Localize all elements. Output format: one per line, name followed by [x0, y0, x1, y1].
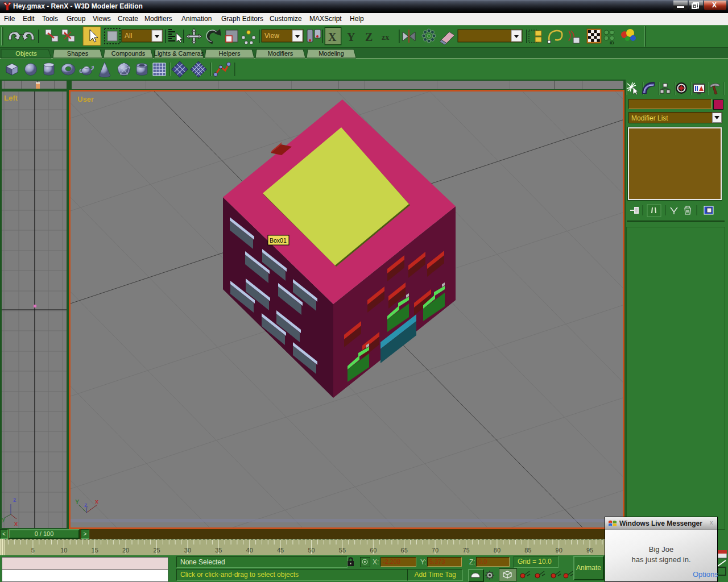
svg-text:z: z: [84, 501, 88, 508]
svg-text:Y: Y: [75, 498, 80, 505]
svg-text:View: View: [264, 32, 279, 40]
svg-text:Shapes: Shapes: [67, 50, 89, 57]
svg-text:20: 20: [122, 547, 129, 554]
svg-text:35: 35: [215, 547, 222, 554]
svg-text:75: 75: [462, 547, 469, 554]
svg-text:Box01: Box01: [270, 237, 287, 244]
svg-text:Z: Z: [365, 31, 373, 43]
svg-text:25: 25: [153, 547, 160, 554]
svg-text:30: 30: [184, 547, 191, 554]
svg-text:15: 15: [92, 547, 98, 554]
svg-text:70: 70: [432, 547, 439, 554]
svg-text:60: 60: [370, 547, 377, 554]
svg-text:ID: ID: [610, 40, 614, 45]
svg-text:40: 40: [246, 547, 253, 554]
svg-text:Modifiers: Modifiers: [268, 50, 293, 57]
svg-text:55: 55: [339, 547, 346, 554]
svg-text:Compounds: Compounds: [111, 50, 146, 57]
svg-text:80: 80: [494, 547, 500, 554]
svg-text:Y: Y: [347, 31, 355, 43]
svg-text:95: 95: [586, 547, 593, 554]
svg-text:Helpers: Helpers: [219, 50, 241, 57]
svg-text:Lights & Cameras: Lights & Cameras: [154, 50, 204, 57]
svg-text:45: 45: [277, 547, 284, 554]
svg-text:Modeling: Modeling: [318, 50, 344, 57]
svg-text:50: 50: [308, 547, 315, 554]
svg-text:5: 5: [31, 547, 35, 554]
svg-text:65: 65: [401, 547, 408, 554]
svg-text:User: User: [77, 95, 94, 103]
svg-text:x: x: [95, 498, 99, 505]
svg-text:90: 90: [556, 547, 562, 554]
svg-text:85: 85: [524, 547, 531, 554]
svg-text:x: x: [14, 520, 18, 527]
svg-text:Objects: Objects: [15, 50, 37, 57]
svg-text:Left: Left: [4, 94, 18, 102]
svg-text:All: All: [125, 32, 132, 40]
svg-text:X: X: [328, 31, 337, 43]
svg-text:zx: zx: [382, 33, 389, 41]
svg-text:z: z: [13, 496, 16, 503]
svg-text:y: y: [2, 516, 6, 522]
svg-text:10: 10: [60, 547, 67, 554]
